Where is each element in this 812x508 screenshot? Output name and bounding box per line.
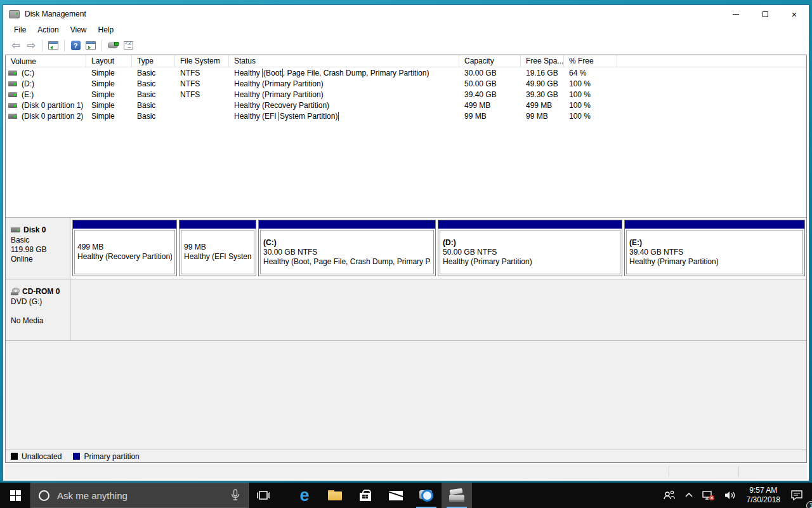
- people-icon: [663, 490, 676, 501]
- partition-e[interactable]: (E:) 39.40 GB NTFS Healthy (Primary Part…: [624, 220, 805, 276]
- legend-unallocated-label: Unallocated: [22, 452, 62, 461]
- back-arrow-icon: ⇦: [11, 40, 20, 51]
- cdrom-drive: DVD (G:): [11, 297, 67, 307]
- column-header-freespace[interactable]: Free Spa...: [521, 55, 564, 67]
- graphical-empty-area: [6, 341, 806, 450]
- disk0-kind: Basic: [11, 236, 67, 245]
- toolbar-separator: [102, 40, 102, 51]
- task-view-button[interactable]: [249, 483, 278, 508]
- taskbar-edge-button[interactable]: e: [289, 483, 320, 508]
- edge-icon: e: [299, 487, 309, 504]
- status-bar: [5, 464, 807, 479]
- properties-button[interactable]: [105, 39, 121, 53]
- volume-row-e[interactable]: (E:) Simple Basic NTFS Healthy (Primary …: [6, 89, 806, 100]
- partition-color-bar: [625, 220, 804, 229]
- windows-logo-icon: [10, 490, 21, 501]
- cdrom-row: CD-ROM 0 DVD (G:) No Media: [6, 279, 806, 341]
- cdrom-media-status: No Media: [11, 316, 67, 326]
- network-disconnected-icon: [702, 490, 715, 501]
- disk0-size: 119.98 GB: [11, 245, 67, 255]
- action-center-button[interactable]: 1: [786, 483, 812, 508]
- mail-icon: [389, 491, 403, 500]
- show-hidden-icons-button[interactable]: [680, 483, 698, 508]
- status-bar-separator: [669, 466, 669, 477]
- show-hide-options-button[interactable]: [121, 39, 136, 53]
- volume-row-partition1[interactable]: (Disk 0 partition 1) Simple Basic Health…: [6, 100, 806, 110]
- search-placeholder: Ask me anything: [57, 490, 223, 501]
- taskbar-disk-tool-button[interactable]: [411, 483, 442, 508]
- volume-row-d[interactable]: (D:) Simple Basic NTFS Healthy (Primary …: [6, 78, 806, 89]
- column-header-filesystem[interactable]: File System: [175, 55, 229, 67]
- back-button[interactable]: ⇦: [8, 39, 23, 53]
- cortana-search-box[interactable]: Ask me anything: [30, 483, 249, 508]
- taskbar-store-button[interactable]: [350, 483, 381, 508]
- maximize-button[interactable]: [750, 5, 780, 23]
- minimize-button[interactable]: [721, 5, 750, 23]
- action-center-icon: [790, 490, 803, 501]
- window-title: Disk Management: [25, 10, 86, 18]
- menu-help[interactable]: Help: [93, 24, 120, 36]
- column-header-status[interactable]: Status: [229, 55, 459, 67]
- cdrom-header-panel[interactable]: CD-ROM 0 DVD (G:) No Media: [6, 279, 70, 340]
- task-view-icon: [256, 490, 270, 501]
- help-button[interactable]: ?: [68, 39, 83, 53]
- disk-management-icon: [449, 489, 464, 502]
- network-status-button[interactable]: [698, 483, 719, 508]
- partition-color-bar: [73, 220, 176, 229]
- column-header-layout[interactable]: Layout: [86, 55, 132, 67]
- menu-bar: File Action View Help: [3, 23, 809, 37]
- pane-splitter[interactable]: [6, 213, 806, 218]
- partition-d[interactable]: (D:) 50.00 GB NTFS Healthy (Primary Part…: [438, 220, 622, 276]
- system-tray: 9:57 AM 7/30/2018 1: [658, 483, 812, 508]
- column-header-capacity[interactable]: Capacity: [459, 55, 521, 67]
- taskbar-mail-button[interactable]: [381, 483, 411, 508]
- people-button[interactable]: [658, 483, 680, 508]
- partition-efi[interactable]: 99 MB Healthy (EFI System Partition): [179, 220, 256, 276]
- show-action-pane-button[interactable]: [83, 39, 98, 53]
- partition-color-bar: [259, 220, 435, 229]
- volume-button[interactable]: [719, 483, 741, 508]
- toolbar: ⇦ ⇨ ?: [3, 37, 809, 55]
- menu-action[interactable]: Action: [32, 24, 64, 36]
- partition-color-bar: [438, 220, 622, 229]
- start-button[interactable]: [0, 483, 30, 508]
- volume-row-partition2[interactable]: (Disk 0 partition 2) Simple Basic Health…: [6, 110, 806, 121]
- forward-arrow-icon: ⇨: [27, 40, 36, 51]
- properties-icon: [108, 43, 118, 48]
- disk0-header-panel[interactable]: Disk 0 Basic 119.98 GB Online: [6, 218, 70, 279]
- taskbar-disk-management-button[interactable]: [442, 483, 472, 508]
- chevron-up-icon: [684, 492, 693, 498]
- taskbar: Ask me anything e: [0, 483, 812, 508]
- column-header-type[interactable]: Type: [132, 55, 175, 67]
- column-header-filler: [617, 55, 806, 67]
- graphical-view: Disk 0 Basic 119.98 GB Online 499 MB Hea…: [6, 213, 806, 462]
- close-button[interactable]: ×: [780, 5, 809, 23]
- volume-icon: [8, 70, 17, 76]
- annotation-box: (Boot: [262, 69, 283, 77]
- disk-icon: [11, 227, 20, 232]
- file-explorer-icon: [328, 490, 342, 500]
- volume-icon: [8, 114, 17, 119]
- column-header-volume[interactable]: Volume: [6, 55, 86, 67]
- column-header-pctfree[interactable]: % Free: [564, 55, 617, 67]
- volume-row-c[interactable]: (C:) Simple Basic NTFS Healthy (Boot, Pa…: [6, 67, 806, 78]
- console-content: Volume Layout Type File System Status Ca…: [5, 55, 807, 463]
- menu-view[interactable]: View: [65, 24, 93, 36]
- menu-file[interactable]: File: [8, 24, 32, 36]
- legend-bar: Unallocated Primary partition: [6, 450, 806, 462]
- volume-icon: [8, 81, 17, 86]
- volume-icon: [8, 103, 17, 108]
- forward-button[interactable]: ⇨: [23, 39, 39, 53]
- legend-primary-label: Primary partition: [84, 452, 139, 461]
- volume-list: Volume Layout Type File System Status Ca…: [6, 55, 806, 213]
- partition-c[interactable]: (C:) 30.00 GB NTFS Healthy (Boot, Page F…: [258, 220, 436, 276]
- taskbar-clock[interactable]: 9:57 AM 7/30/2018: [741, 483, 786, 508]
- show-console-tree-button[interactable]: [46, 39, 61, 53]
- partition-color-bar: [180, 220, 256, 229]
- legend-unallocated-swatch: [11, 453, 18, 460]
- taskbar-file-explorer-button[interactable]: [320, 483, 350, 508]
- console-tree-icon: [48, 41, 58, 50]
- speaker-icon: [724, 490, 737, 501]
- action-pane-icon: [86, 41, 96, 50]
- partition-recovery[interactable]: 499 MB Healthy (Recovery Partition): [72, 220, 177, 276]
